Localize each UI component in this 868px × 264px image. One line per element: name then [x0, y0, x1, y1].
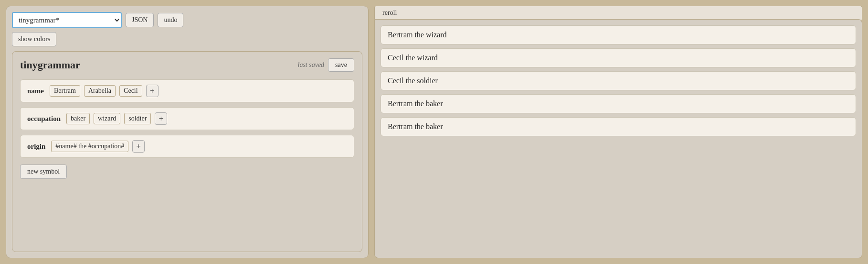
undo-button[interactable]: undo [158, 13, 183, 27]
result-item: Bertram the wizard [381, 25, 856, 44]
symbol-origin-label: origin [27, 143, 45, 151]
add-origin-button[interactable]: + [132, 140, 145, 153]
toolbar-row2: show colors [12, 32, 362, 46]
save-button[interactable]: save [328, 58, 354, 72]
symbol-value-wizard[interactable]: wizard [94, 113, 120, 124]
add-occupation-button[interactable]: + [155, 112, 167, 125]
symbol-value-bertram[interactable]: Bertram [50, 85, 80, 97]
grammar-select[interactable]: tinygrammar* [12, 12, 122, 28]
left-panel: tinygrammar* JSON undo show colors tinyg… [6, 6, 369, 258]
symbol-value-arabella[interactable]: Arabella [84, 85, 116, 97]
symbol-value-cecil[interactable]: Cecil [119, 85, 142, 97]
grammar-title: tinygrammar [20, 59, 80, 71]
symbol-row-origin: origin #name# the #occupation# + [20, 135, 354, 158]
right-panel: reroll Bertram the wizard Cecil the wiza… [369, 6, 862, 258]
json-button[interactable]: JSON [126, 13, 154, 27]
reroll-tab[interactable]: reroll [374, 6, 862, 20]
toolbar-row1: tinygrammar* JSON undo [12, 12, 362, 28]
grammar-header: tinygrammar last saved save [20, 58, 354, 72]
result-item: Cecil the soldier [381, 71, 856, 90]
symbol-row-occupation: occupation baker wizard soldier + [20, 107, 354, 130]
header-right: last saved save [298, 58, 355, 72]
symbol-occupation-label: occupation [27, 115, 61, 123]
symbol-name-label: name [27, 87, 44, 95]
symbol-row-name: name Bertram Arabella Cecil + [20, 79, 354, 102]
symbol-value-origin-template[interactable]: #name# the #occupation# [51, 141, 128, 152]
add-name-button[interactable]: + [146, 85, 159, 97]
toolbar: tinygrammar* JSON undo show colors [12, 12, 362, 46]
grammar-editor: tinygrammar last saved save name Bertram… [12, 51, 362, 252]
new-symbol-button[interactable]: new symbol [20, 165, 67, 179]
result-item: Bertram the baker [381, 94, 856, 113]
results-panel: Bertram the wizard Cecil the wizard Ceci… [374, 19, 862, 258]
symbol-value-baker[interactable]: baker [66, 113, 90, 124]
last-saved-label: last saved [298, 61, 325, 69]
symbol-value-soldier[interactable]: soldier [124, 113, 151, 124]
show-colors-button[interactable]: show colors [12, 32, 56, 46]
result-item: Bertram the baker [381, 117, 856, 136]
result-item: Cecil the wizard [381, 48, 856, 67]
